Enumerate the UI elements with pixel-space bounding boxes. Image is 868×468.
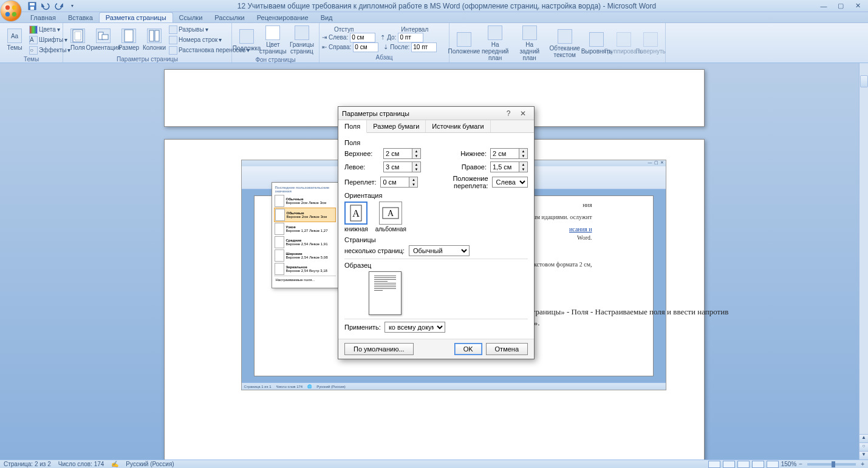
size-button[interactable]: Размер [117, 27, 141, 52]
group-page-setup-label: Параметры страницы [66, 55, 229, 63]
browse-object-button[interactable]: ○ [859, 443, 868, 451]
tab-references[interactable]: Ссылки [173, 13, 209, 22]
next-page-button[interactable]: ▼ [859, 451, 868, 460]
svg-rect-5 [30, 3, 35, 5]
group-themes-label: Темы [2, 55, 60, 63]
svg-point-3 [12, 12, 16, 16]
tab-insert[interactable]: Вставка [62, 13, 99, 22]
themes-button[interactable]: AaТемы [2, 27, 27, 52]
maximize-button[interactable]: ▢ [833, 1, 849, 11]
view-full-screen[interactable] [723, 461, 735, 468]
zoom-level[interactable]: 150% [781, 461, 797, 467]
group-button[interactable]: Группировать [610, 31, 637, 56]
zoom-thumb[interactable] [832, 461, 835, 467]
pages-label: Страницы [344, 236, 528, 243]
zoom-in-button[interactable]: + [861, 461, 864, 467]
embedded-margins-dropdown: Последние пользовательские значения Обыч… [272, 182, 338, 288]
gutter-label: Переплет: [344, 178, 377, 186]
multipages-select[interactable]: Обычный [409, 245, 470, 256]
margin-bottom-input[interactable] [490, 148, 519, 159]
margin-top-label: Верхнее: [344, 150, 380, 157]
dialog-tab-fields[interactable]: Поля [338, 120, 367, 133]
page-borders-button[interactable]: Границы страниц [287, 24, 316, 56]
dialog-close-button[interactable]: ✕ [516, 108, 530, 119]
page-color-button[interactable]: Цвет страницы [260, 24, 286, 56]
svg-point-0 [5, 5, 10, 10]
redo-button[interactable] [53, 1, 64, 11]
redo-icon [55, 2, 63, 10]
send-back-icon [522, 25, 537, 40]
tab-mailings[interactable]: Рассылки [208, 13, 250, 22]
spacing-before-input[interactable] [398, 33, 423, 42]
svg-point-1 [12, 5, 16, 10]
spin-down[interactable]: ▼ [412, 154, 420, 158]
bring-front-button[interactable]: На передний план [477, 24, 513, 63]
dialog-help-button[interactable]: ? [501, 108, 516, 119]
minimize-button[interactable]: — [816, 1, 832, 11]
zoom-out-button[interactable]: − [799, 461, 802, 467]
svg-point-2 [5, 12, 10, 16]
status-proofing[interactable]: ✍ [111, 461, 118, 467]
indent-left-input[interactable] [350, 33, 375, 42]
tab-view[interactable]: Вид [315, 13, 339, 22]
watermark-button[interactable]: Подложка [234, 28, 259, 53]
colors-icon [29, 25, 38, 34]
cancel-button[interactable]: Отмена [486, 343, 528, 355]
office-button[interactable] [0, 0, 22, 22]
view-draft[interactable] [767, 461, 779, 468]
gutter-pos-select[interactable]: Слева [492, 177, 528, 188]
text-wrap-icon [558, 29, 572, 44]
dialog-tab-source[interactable]: Источник бумаги [426, 120, 490, 132]
view-print-layout[interactable] [708, 461, 720, 468]
text-wrap-button[interactable]: Обтекание текстом [546, 28, 583, 59]
tab-review[interactable]: Рецензирование [251, 13, 315, 22]
status-words[interactable]: Число слов: 174 [58, 461, 104, 467]
scroll-thumb[interactable] [860, 75, 868, 87]
vertical-scrollbar[interactable]: ▲ ○ ▼ [859, 63, 868, 460]
align-icon [589, 32, 604, 47]
tab-home[interactable]: Главная [24, 13, 62, 22]
view-outline[interactable] [752, 461, 764, 468]
margin-bottom-label: Нижнее: [451, 150, 487, 157]
svg-rect-11 [125, 30, 133, 42]
close-button[interactable]: ✕ [850, 1, 866, 11]
orientation-landscape[interactable]: A альбомная [375, 202, 406, 232]
columns-icon [147, 29, 162, 43]
margin-top-input[interactable] [383, 148, 412, 159]
columns-button[interactable]: Колонки [142, 27, 166, 52]
send-back-button[interactable]: На задний план [514, 24, 545, 63]
svg-rect-10 [102, 35, 108, 39]
apply-to-select[interactable]: ко всему документу [384, 322, 445, 333]
title-bar: ▾ 12 Учитываем общие требования к диплом… [0, 0, 868, 12]
position-button[interactable]: Положение [452, 31, 476, 56]
margin-right-input[interactable] [490, 161, 519, 172]
status-page[interactable]: Страница: 2 из 2 [4, 461, 51, 467]
gutter-input[interactable] [380, 177, 409, 188]
margin-left-input[interactable] [383, 161, 412, 172]
ok-button[interactable]: OK [454, 343, 482, 355]
margin-right-label: Правое: [451, 163, 487, 171]
window-title: 12 Учитываем общие требования к дипломно… [78, 2, 816, 10]
tab-page-layout[interactable]: Разметка страницы [99, 12, 173, 22]
indent-right-icon: ⇤ [322, 44, 327, 50]
zoom-slider[interactable] [807, 463, 856, 466]
orientation-button[interactable]: Ориентация [91, 27, 115, 52]
qat-customize[interactable]: ▾ [67, 1, 78, 11]
status-language[interactable]: Русский (Россия) [126, 461, 174, 467]
line-numbers-icon [169, 36, 177, 44]
default-button[interactable]: По умолчанию... [344, 343, 414, 355]
view-web-layout[interactable] [737, 461, 750, 468]
undo-button[interactable] [40, 1, 51, 11]
svg-text:A: A [388, 209, 394, 218]
orientation-portrait[interactable]: A книжная [344, 202, 368, 232]
save-button[interactable] [27, 1, 38, 11]
indent-right-input[interactable] [353, 42, 378, 52]
page-borders-icon [295, 25, 309, 40]
dialog-tab-paper[interactable]: Размер бумаги [367, 120, 426, 132]
svg-rect-6 [30, 7, 34, 10]
prev-page-button[interactable]: ▲ [859, 434, 868, 443]
rotate-button[interactable]: Повернуть [638, 31, 663, 56]
spin-up[interactable]: ▲ [412, 149, 420, 154]
effects-icon: ○ [29, 46, 38, 55]
spacing-after-input[interactable] [411, 42, 437, 52]
